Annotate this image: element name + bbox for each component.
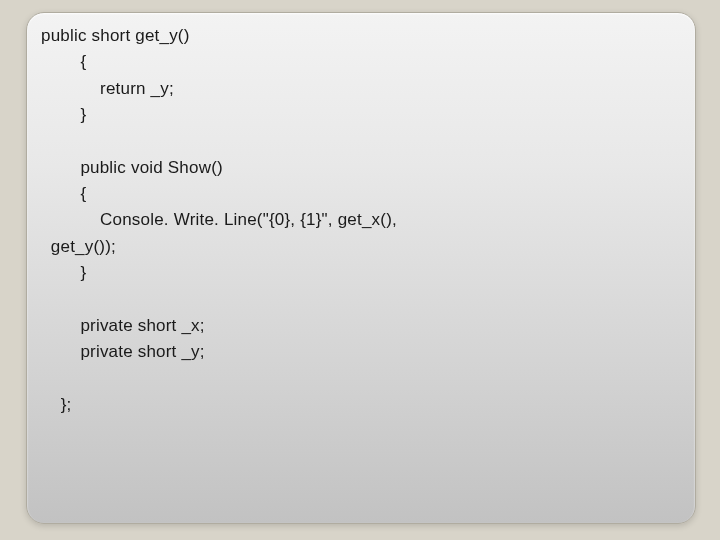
content-card: public short get_y() { return _y; } publ… — [26, 12, 696, 524]
code-block: public short get_y() { return _y; } publ… — [41, 23, 681, 418]
slide-background: public short get_y() { return _y; } publ… — [0, 0, 720, 540]
